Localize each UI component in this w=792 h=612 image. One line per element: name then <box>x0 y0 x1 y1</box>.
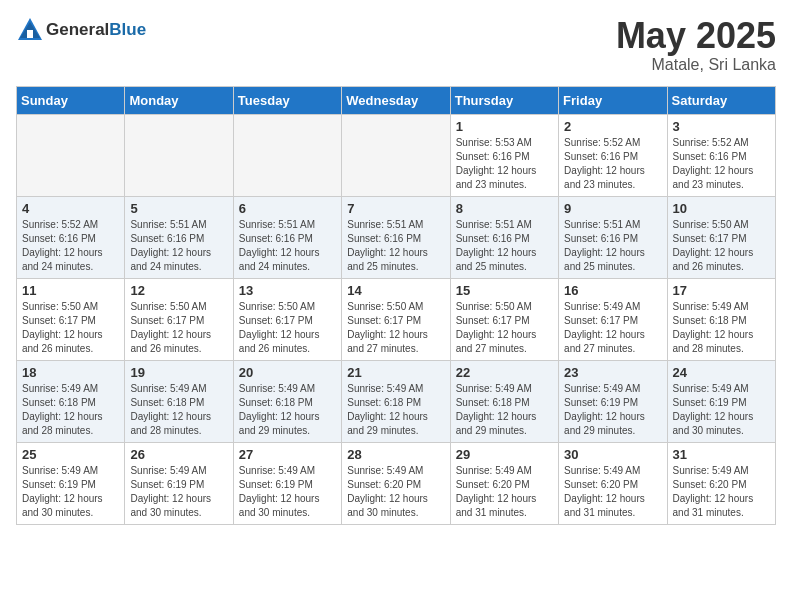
table-row <box>125 114 233 196</box>
logo-text-general: General <box>46 20 109 39</box>
table-row: 13Sunrise: 5:50 AM Sunset: 6:17 PM Dayli… <box>233 278 341 360</box>
location-subtitle: Matale, Sri Lanka <box>616 56 776 74</box>
day-number: 1 <box>456 119 553 134</box>
table-row: 31Sunrise: 5:49 AM Sunset: 6:20 PM Dayli… <box>667 442 775 524</box>
day-info: Sunrise: 5:49 AM Sunset: 6:18 PM Dayligh… <box>130 382 227 438</box>
day-number: 25 <box>22 447 119 462</box>
day-info: Sunrise: 5:49 AM Sunset: 6:18 PM Dayligh… <box>22 382 119 438</box>
day-info: Sunrise: 5:49 AM Sunset: 6:19 PM Dayligh… <box>564 382 661 438</box>
day-info: Sunrise: 5:50 AM Sunset: 6:17 PM Dayligh… <box>130 300 227 356</box>
table-row: 24Sunrise: 5:49 AM Sunset: 6:19 PM Dayli… <box>667 360 775 442</box>
day-info: Sunrise: 5:49 AM Sunset: 6:18 PM Dayligh… <box>673 300 770 356</box>
header-saturday: Saturday <box>667 86 775 114</box>
day-info: Sunrise: 5:53 AM Sunset: 6:16 PM Dayligh… <box>456 136 553 192</box>
page-header: GeneralBlue May 2025 Matale, Sri Lanka <box>16 16 776 74</box>
day-info: Sunrise: 5:49 AM Sunset: 6:17 PM Dayligh… <box>564 300 661 356</box>
day-info: Sunrise: 5:49 AM Sunset: 6:20 PM Dayligh… <box>564 464 661 520</box>
day-number: 24 <box>673 365 770 380</box>
day-number: 9 <box>564 201 661 216</box>
day-info: Sunrise: 5:50 AM Sunset: 6:17 PM Dayligh… <box>456 300 553 356</box>
day-number: 26 <box>130 447 227 462</box>
day-number: 6 <box>239 201 336 216</box>
day-number: 2 <box>564 119 661 134</box>
day-number: 12 <box>130 283 227 298</box>
day-number: 20 <box>239 365 336 380</box>
table-row: 8Sunrise: 5:51 AM Sunset: 6:16 PM Daylig… <box>450 196 558 278</box>
logo-icon <box>16 16 44 44</box>
weekday-header-row: Sunday Monday Tuesday Wednesday Thursday… <box>17 86 776 114</box>
day-info: Sunrise: 5:51 AM Sunset: 6:16 PM Dayligh… <box>564 218 661 274</box>
table-row: 19Sunrise: 5:49 AM Sunset: 6:18 PM Dayli… <box>125 360 233 442</box>
table-row: 2Sunrise: 5:52 AM Sunset: 6:16 PM Daylig… <box>559 114 667 196</box>
day-number: 16 <box>564 283 661 298</box>
table-row: 7Sunrise: 5:51 AM Sunset: 6:16 PM Daylig… <box>342 196 450 278</box>
day-number: 22 <box>456 365 553 380</box>
table-row: 27Sunrise: 5:49 AM Sunset: 6:19 PM Dayli… <box>233 442 341 524</box>
day-number: 23 <box>564 365 661 380</box>
svg-rect-2 <box>27 30 33 38</box>
logo: GeneralBlue <box>16 16 146 44</box>
header-wednesday: Wednesday <box>342 86 450 114</box>
day-number: 5 <box>130 201 227 216</box>
table-row: 29Sunrise: 5:49 AM Sunset: 6:20 PM Dayli… <box>450 442 558 524</box>
day-info: Sunrise: 5:49 AM Sunset: 6:20 PM Dayligh… <box>456 464 553 520</box>
day-info: Sunrise: 5:49 AM Sunset: 6:19 PM Dayligh… <box>239 464 336 520</box>
table-row: 25Sunrise: 5:49 AM Sunset: 6:19 PM Dayli… <box>17 442 125 524</box>
calendar-week-row: 1Sunrise: 5:53 AM Sunset: 6:16 PM Daylig… <box>17 114 776 196</box>
calendar-table: Sunday Monday Tuesday Wednesday Thursday… <box>16 86 776 525</box>
day-info: Sunrise: 5:50 AM Sunset: 6:17 PM Dayligh… <box>239 300 336 356</box>
table-row: 11Sunrise: 5:50 AM Sunset: 6:17 PM Dayli… <box>17 278 125 360</box>
table-row: 22Sunrise: 5:49 AM Sunset: 6:18 PM Dayli… <box>450 360 558 442</box>
table-row: 16Sunrise: 5:49 AM Sunset: 6:17 PM Dayli… <box>559 278 667 360</box>
table-row: 10Sunrise: 5:50 AM Sunset: 6:17 PM Dayli… <box>667 196 775 278</box>
month-year-title: May 2025 <box>616 16 776 56</box>
table-row <box>233 114 341 196</box>
day-number: 17 <box>673 283 770 298</box>
day-number: 31 <box>673 447 770 462</box>
calendar-week-row: 25Sunrise: 5:49 AM Sunset: 6:19 PM Dayli… <box>17 442 776 524</box>
header-friday: Friday <box>559 86 667 114</box>
table-row <box>342 114 450 196</box>
day-info: Sunrise: 5:49 AM Sunset: 6:19 PM Dayligh… <box>130 464 227 520</box>
day-number: 14 <box>347 283 444 298</box>
table-row: 15Sunrise: 5:50 AM Sunset: 6:17 PM Dayli… <box>450 278 558 360</box>
logo-text-blue: Blue <box>109 20 146 39</box>
table-row <box>17 114 125 196</box>
day-info: Sunrise: 5:49 AM Sunset: 6:19 PM Dayligh… <box>673 382 770 438</box>
day-number: 29 <box>456 447 553 462</box>
table-row: 9Sunrise: 5:51 AM Sunset: 6:16 PM Daylig… <box>559 196 667 278</box>
day-info: Sunrise: 5:49 AM Sunset: 6:19 PM Dayligh… <box>22 464 119 520</box>
day-info: Sunrise: 5:52 AM Sunset: 6:16 PM Dayligh… <box>22 218 119 274</box>
table-row: 26Sunrise: 5:49 AM Sunset: 6:19 PM Dayli… <box>125 442 233 524</box>
day-number: 10 <box>673 201 770 216</box>
day-number: 15 <box>456 283 553 298</box>
title-block: May 2025 Matale, Sri Lanka <box>616 16 776 74</box>
calendar-week-row: 18Sunrise: 5:49 AM Sunset: 6:18 PM Dayli… <box>17 360 776 442</box>
calendar-week-row: 11Sunrise: 5:50 AM Sunset: 6:17 PM Dayli… <box>17 278 776 360</box>
day-info: Sunrise: 5:50 AM Sunset: 6:17 PM Dayligh… <box>347 300 444 356</box>
day-number: 27 <box>239 447 336 462</box>
table-row: 5Sunrise: 5:51 AM Sunset: 6:16 PM Daylig… <box>125 196 233 278</box>
table-row: 20Sunrise: 5:49 AM Sunset: 6:18 PM Dayli… <box>233 360 341 442</box>
header-thursday: Thursday <box>450 86 558 114</box>
table-row: 30Sunrise: 5:49 AM Sunset: 6:20 PM Dayli… <box>559 442 667 524</box>
day-number: 18 <box>22 365 119 380</box>
day-info: Sunrise: 5:52 AM Sunset: 6:16 PM Dayligh… <box>673 136 770 192</box>
table-row: 3Sunrise: 5:52 AM Sunset: 6:16 PM Daylig… <box>667 114 775 196</box>
day-info: Sunrise: 5:50 AM Sunset: 6:17 PM Dayligh… <box>22 300 119 356</box>
day-info: Sunrise: 5:51 AM Sunset: 6:16 PM Dayligh… <box>456 218 553 274</box>
day-number: 13 <box>239 283 336 298</box>
header-monday: Monday <box>125 86 233 114</box>
day-info: Sunrise: 5:49 AM Sunset: 6:20 PM Dayligh… <box>347 464 444 520</box>
day-number: 28 <box>347 447 444 462</box>
day-number: 11 <box>22 283 119 298</box>
day-info: Sunrise: 5:52 AM Sunset: 6:16 PM Dayligh… <box>564 136 661 192</box>
day-number: 3 <box>673 119 770 134</box>
header-sunday: Sunday <box>17 86 125 114</box>
day-info: Sunrise: 5:51 AM Sunset: 6:16 PM Dayligh… <box>239 218 336 274</box>
day-info: Sunrise: 5:50 AM Sunset: 6:17 PM Dayligh… <box>673 218 770 274</box>
table-row: 6Sunrise: 5:51 AM Sunset: 6:16 PM Daylig… <box>233 196 341 278</box>
table-row: 4Sunrise: 5:52 AM Sunset: 6:16 PM Daylig… <box>17 196 125 278</box>
day-info: Sunrise: 5:49 AM Sunset: 6:18 PM Dayligh… <box>347 382 444 438</box>
day-info: Sunrise: 5:49 AM Sunset: 6:20 PM Dayligh… <box>673 464 770 520</box>
